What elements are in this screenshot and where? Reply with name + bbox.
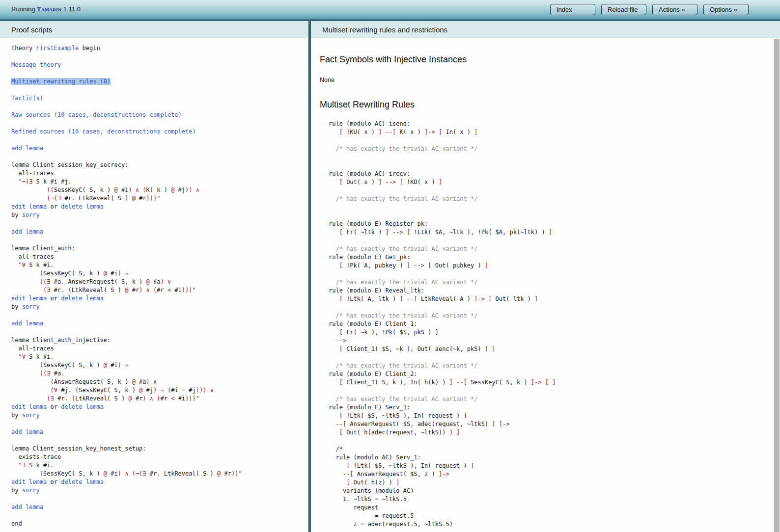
code-line: (SessKeyC( S, k ) @ #i) ⇒ (11, 269, 308, 278)
link-add-lemma[interactable]: add lemma (11, 228, 43, 235)
code-text: Out( ltk ) (496, 295, 534, 302)
rewriting-rules-heading: Multiset Rewriting Rules (320, 100, 765, 110)
actions-menu-button[interactable]: Actions » (652, 4, 697, 15)
code-text: AnswerRequest( S, k ) (68, 278, 146, 285)
code-text: ]-> [ (424, 129, 446, 135)
code-line (329, 153, 765, 161)
code-text: --[ (343, 471, 357, 478)
code-text: . (51, 353, 54, 360)
code-text (329, 471, 343, 478)
version-label: 1.11.0 (61, 5, 81, 13)
code-line: [ !KU( x ) ] --[ K( x ) ]-> [ In( x ) ] (329, 128, 765, 136)
code-text: [ (339, 229, 346, 236)
code-text: @ (139, 387, 146, 394)
link-sorry[interactable]: sorry (22, 212, 40, 218)
theory-source-code: theory FirstExample begin Message theory… (0, 38, 308, 528)
tamarin-logo: Tamarin (37, 5, 61, 13)
code-text: Out( h(adec(request, ~ltkS)) ) (346, 429, 456, 436)
link-edit-lemma[interactable]: edit lemma (11, 295, 47, 302)
code-text: ] --[ (378, 129, 399, 135)
code-text: @ (128, 395, 135, 402)
code-line: (∀ #j. (SessKeyC( S, k ) @ #j) ⇒ (#i = #… (11, 386, 308, 395)
link-edit-lemma[interactable]: edit lemma (11, 203, 47, 210)
code-text: ] --> [ (386, 229, 414, 236)
code-text: Out( x ) (346, 179, 378, 186)
link-delete-lemma[interactable]: delete lemma (61, 403, 104, 410)
link-tactic-s[interactable]: Tactic(s) (11, 95, 43, 102)
code-text (11, 287, 43, 293)
code-text (11, 395, 47, 402)
code-line: [ !Pk( A, pubkey ) ] --> [ Out( pubkey )… (329, 262, 765, 270)
code-line: add lemma (11, 428, 308, 436)
link-delete-lemma[interactable]: delete lemma (61, 295, 104, 302)
code-text (329, 412, 339, 419)
link-edit-lemma[interactable]: edit lemma (11, 403, 47, 410)
link-sorry[interactable]: sorry (22, 412, 40, 419)
vertical-scrollbar[interactable] (773, 38, 780, 532)
index-button[interactable]: Index (550, 4, 595, 15)
code-text: ((∃ (40, 278, 54, 285)
code-line: /* has exactly the trivial AC variant */ (329, 245, 765, 253)
code-line (11, 511, 308, 520)
code-text: ) ⇒ ( (153, 387, 171, 394)
code-line (11, 86, 308, 94)
link-delete-lemma[interactable]: delete lemma (61, 479, 104, 485)
code-text: all-traces (11, 170, 54, 177)
link-sorry[interactable]: sorry (22, 487, 40, 494)
code-text: [ (339, 412, 346, 419)
code-line (11, 119, 308, 128)
code-text (329, 179, 339, 186)
code-line: edit lemma or delete lemma (11, 403, 308, 411)
link-message-theory[interactable]: Message theory (11, 61, 61, 68)
link-delete-lemma[interactable]: delete lemma (61, 203, 104, 210)
link-add-lemma[interactable]: add lemma (11, 320, 43, 327)
code-text: )))" (185, 395, 199, 402)
code-line: add lemma (11, 144, 308, 153)
link-add-lemma[interactable]: add lemma (11, 504, 43, 510)
code-text: /* has exactly the trivial AC variant */ (329, 145, 477, 152)
link-add-lemma[interactable]: add lemma (11, 145, 43, 152)
link-multiset-rewriting-rules-8[interactable]: Multiset rewriting rules (8) (11, 78, 111, 85)
code-line: rule (modulo E) Client_2: (329, 370, 765, 378)
code-text: !Pk( A, pubkey ) (346, 262, 407, 269)
code-line: (∃ #r. (LtkReveal( S ) @ #r) ∧ (#r < #i)… (11, 395, 308, 403)
code-text: ] --[ (400, 295, 421, 302)
link-firstexample[interactable]: FirstExample (36, 45, 79, 52)
code-line: "∃ S k #i. (11, 461, 308, 470)
code-text: /* has exactly the trivial AC variant */ (329, 279, 477, 286)
code-text: #a (54, 278, 61, 285)
code-text: ]-> [ (474, 295, 495, 302)
code-line: (SessKeyC( S, k ) @ #i) ⇒ (11, 361, 308, 370)
code-line: rule (modulo E) Client_1: (329, 320, 765, 328)
code-text: ]-> (499, 421, 510, 427)
options-menu-button[interactable]: Options » (703, 4, 749, 15)
code-text: rule (modulo E) Reveal_ltk: (329, 287, 424, 294)
reload-file-button[interactable]: Reload file (601, 4, 646, 15)
code-line: edit lemma or delete lemma (11, 294, 308, 303)
scrollbar-thumb[interactable] (774, 39, 780, 532)
code-line: "∀ S k #i. (11, 353, 308, 361)
code-text: "∀ (18, 262, 29, 268)
code-text: S k #i (29, 462, 50, 469)
code-line: add lemma (11, 503, 308, 511)
code-text: @ (114, 186, 121, 193)
code-text: . ( (64, 395, 75, 402)
code-text: ] (471, 462, 474, 469)
code-line (11, 495, 308, 503)
link-raw-sources-10-cases-deconstructions-complete[interactable]: Raw sources (10 cases, deconstructions c… (11, 111, 182, 118)
code-line: /* has exactly the trivial AC variant */ (329, 362, 765, 370)
code-text: @ (104, 270, 111, 277)
code-text: . (61, 278, 68, 285)
link-refined-sources-10-cases-deconstructions-complete[interactable]: Refined sources (10 cases, deconstructio… (11, 128, 196, 135)
code-line: (SessKeyC( S, k ) @ #i) ∧ (¬(∃ #r. LtkRe… (11, 470, 308, 478)
link-edit-lemma[interactable]: edit lemma (11, 479, 47, 485)
link-sorry[interactable]: sorry (22, 303, 40, 310)
code-line: ((SessKeyC( S, k ) @ #i) ∧ (K( k ) @ #j)… (11, 186, 308, 194)
code-text: end (11, 520, 22, 527)
code-text (11, 195, 47, 202)
code-text (11, 262, 18, 268)
code-text: [ (339, 179, 346, 186)
code-text: ) ⇒ (118, 362, 129, 369)
code-text: variants (modulo AC) (329, 487, 414, 494)
link-add-lemma[interactable]: add lemma (11, 428, 43, 435)
